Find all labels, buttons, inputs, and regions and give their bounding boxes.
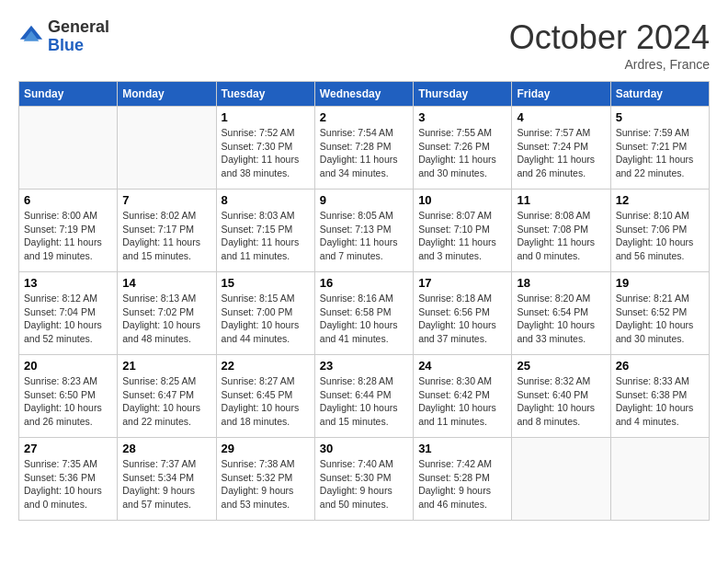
day-number: 16 [320,276,408,290]
day-info: Sunrise: 8:07 AMSunset: 7:10 PMDaylight:… [418,209,506,263]
day-number: 31 [418,442,506,455]
day-number: 26 [616,359,704,373]
day-number: 14 [122,276,210,290]
day-cell: 20 Sunrise: 8:23 AMSunset: 6:50 PMDaylig… [19,355,118,438]
day-cell: 16 Sunrise: 8:16 AMSunset: 6:58 PMDaylig… [314,272,413,355]
day-number: 9 [320,193,408,207]
day-info: Sunrise: 8:05 AMSunset: 7:13 PMDaylight:… [320,209,408,263]
day-number: 13 [24,276,112,290]
day-cell: 6 Sunrise: 8:00 AMSunset: 7:19 PMDayligh… [19,190,118,272]
logo: General Blue [18,18,109,55]
logo-line1: General [48,18,109,37]
header-row: Sunday Monday Tuesday Wednesday Thursday… [19,82,710,107]
day-cell [118,107,216,190]
day-number: 19 [616,276,704,290]
day-info: Sunrise: 8:02 AMSunset: 7:17 PMDaylight:… [122,209,210,263]
day-number: 1 [222,110,310,124]
day-number: 8 [222,193,310,207]
day-number: 23 [320,359,408,373]
day-info: Sunrise: 8:30 AMSunset: 6:42 PMDaylight:… [418,374,506,429]
col-sunday: Sunday [19,82,118,107]
day-cell [610,438,709,521]
calendar-header: Sunday Monday Tuesday Wednesday Thursday… [19,82,710,107]
col-thursday: Thursday [414,82,512,107]
day-info: Sunrise: 8:16 AMSunset: 6:58 PMDaylight:… [320,292,408,346]
day-cell: 24 Sunrise: 8:30 AMSunset: 6:42 PMDaylig… [414,355,512,438]
day-info: Sunrise: 7:38 AMSunset: 5:32 PMDaylight:… [222,457,310,511]
day-number: 28 [122,442,210,455]
day-info: Sunrise: 7:52 AMSunset: 7:30 PMDaylight:… [222,126,310,180]
day-number: 29 [222,442,310,455]
day-info: Sunrise: 7:59 AMSunset: 7:21 PMDaylight:… [616,126,704,180]
day-info: Sunrise: 7:42 AMSunset: 5:28 PMDaylight:… [418,457,506,511]
day-number: 15 [222,276,310,290]
day-info: Sunrise: 8:32 AMSunset: 6:40 PMDaylight:… [517,374,605,429]
logo-line2: Blue [48,37,109,55]
day-cell: 7 Sunrise: 8:02 AMSunset: 7:17 PMDayligh… [118,190,216,272]
day-number: 27 [24,442,112,455]
day-cell: 27 Sunrise: 7:35 AMSunset: 5:36 PMDaylig… [19,438,118,521]
calendar-body: 1 Sunrise: 7:52 AMSunset: 7:30 PMDayligh… [19,107,710,521]
day-cell: 5 Sunrise: 7:59 AMSunset: 7:21 PMDayligh… [610,107,709,190]
day-cell: 31 Sunrise: 7:42 AMSunset: 5:28 PMDaylig… [414,438,512,521]
day-number: 10 [418,193,506,207]
day-cell: 21 Sunrise: 8:25 AMSunset: 6:47 PMDaylig… [118,355,216,438]
col-wednesday: Wednesday [314,82,413,107]
day-info: Sunrise: 8:12 AMSunset: 7:04 PMDaylight:… [24,292,112,346]
day-info: Sunrise: 8:21 AMSunset: 6:52 PMDaylight:… [616,292,704,346]
day-cell: 10 Sunrise: 8:07 AMSunset: 7:10 PMDaylig… [414,190,512,272]
day-cell: 22 Sunrise: 8:27 AMSunset: 6:45 PMDaylig… [216,355,314,438]
day-info: Sunrise: 8:10 AMSunset: 7:06 PMDaylight:… [616,209,704,263]
location: Ardres, France [509,57,710,72]
day-number: 7 [122,193,210,207]
day-info: Sunrise: 8:20 AMSunset: 6:54 PMDaylight:… [517,292,605,346]
day-info: Sunrise: 8:08 AMSunset: 7:08 PMDaylight:… [517,209,605,263]
day-cell: 30 Sunrise: 7:40 AMSunset: 5:30 PMDaylig… [314,438,413,521]
page-header: General Blue October 2024 Ardres, France [18,18,710,72]
logo-icon [18,24,44,50]
week-row-3: 13 Sunrise: 8:12 AMSunset: 7:04 PMDaylig… [19,272,710,355]
day-info: Sunrise: 8:28 AMSunset: 6:44 PMDaylight:… [320,374,408,429]
day-info: Sunrise: 8:25 AMSunset: 6:47 PMDaylight:… [122,374,210,429]
day-info: Sunrise: 8:13 AMSunset: 7:02 PMDaylight:… [122,292,210,346]
day-number: 24 [418,359,506,373]
calendar-table: Sunday Monday Tuesday Wednesday Thursday… [18,81,710,521]
day-info: Sunrise: 7:57 AMSunset: 7:24 PMDaylight:… [517,126,605,180]
day-cell: 3 Sunrise: 7:55 AMSunset: 7:26 PMDayligh… [414,107,512,190]
day-number: 18 [517,276,605,290]
col-tuesday: Tuesday [216,82,314,107]
day-info: Sunrise: 8:27 AMSunset: 6:45 PMDaylight:… [222,374,310,429]
day-cell: 2 Sunrise: 7:54 AMSunset: 7:28 PMDayligh… [314,107,413,190]
day-cell: 4 Sunrise: 7:57 AMSunset: 7:24 PMDayligh… [512,107,610,190]
logo-text: General Blue [48,18,109,55]
month-title: October 2024 [509,18,710,57]
week-row-1: 1 Sunrise: 7:52 AMSunset: 7:30 PMDayligh… [19,107,710,190]
week-row-5: 27 Sunrise: 7:35 AMSunset: 5:36 PMDaylig… [19,438,710,521]
day-number: 5 [616,110,704,124]
day-number: 20 [24,359,112,373]
day-number: 17 [418,276,506,290]
day-cell: 12 Sunrise: 8:10 AMSunset: 7:06 PMDaylig… [610,190,709,272]
day-info: Sunrise: 7:37 AMSunset: 5:34 PMDaylight:… [122,457,210,511]
day-number: 3 [418,110,506,124]
col-monday: Monday [118,82,216,107]
day-info: Sunrise: 7:54 AMSunset: 7:28 PMDaylight:… [320,126,408,180]
day-cell: 17 Sunrise: 8:18 AMSunset: 6:56 PMDaylig… [414,272,512,355]
col-saturday: Saturday [610,82,709,107]
day-info: Sunrise: 8:15 AMSunset: 7:00 PMDaylight:… [222,292,310,346]
day-number: 21 [122,359,210,373]
day-cell: 9 Sunrise: 8:05 AMSunset: 7:13 PMDayligh… [314,190,413,272]
day-cell: 14 Sunrise: 8:13 AMSunset: 7:02 PMDaylig… [118,272,216,355]
week-row-4: 20 Sunrise: 8:23 AMSunset: 6:50 PMDaylig… [19,355,710,438]
day-number: 22 [222,359,310,373]
day-info: Sunrise: 8:03 AMSunset: 7:15 PMDaylight:… [222,209,310,263]
day-info: Sunrise: 8:33 AMSunset: 6:38 PMDaylight:… [616,374,704,429]
day-number: 25 [517,359,605,373]
day-cell [512,438,610,521]
title-block: October 2024 Ardres, France [509,18,710,72]
col-friday: Friday [512,82,610,107]
day-cell: 11 Sunrise: 8:08 AMSunset: 7:08 PMDaylig… [512,190,610,272]
day-cell: 28 Sunrise: 7:37 AMSunset: 5:34 PMDaylig… [118,438,216,521]
day-info: Sunrise: 8:18 AMSunset: 6:56 PMDaylight:… [418,292,506,346]
day-info: Sunrise: 7:40 AMSunset: 5:30 PMDaylight:… [320,457,408,511]
